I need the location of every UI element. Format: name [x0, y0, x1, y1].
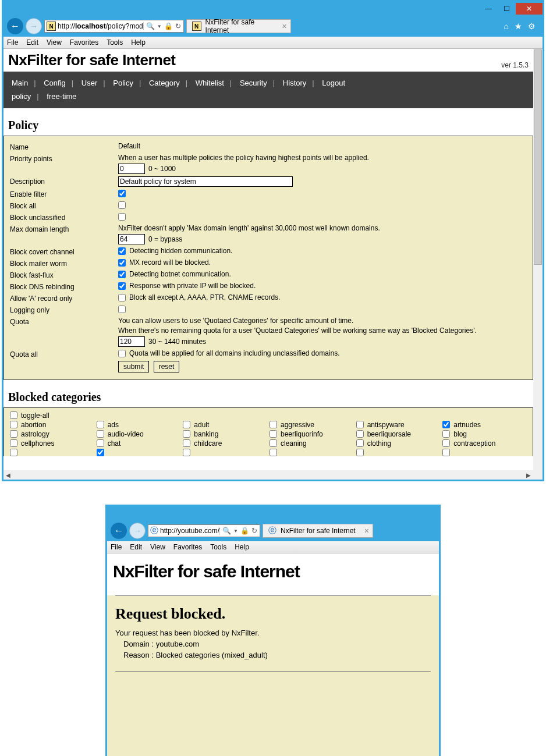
category-checkbox[interactable] — [270, 430, 277, 438]
block-unclassified-checkbox[interactable] — [118, 213, 126, 221]
enable-filter-checkbox[interactable] — [118, 190, 126, 197]
menu-view-2[interactable]: View — [150, 543, 165, 551]
home-icon[interactable]: ⌂ — [504, 22, 509, 31]
category-checkbox[interactable] — [356, 439, 364, 447]
category-checkbox[interactable] — [442, 430, 450, 438]
category-checkbox[interactable] — [97, 430, 104, 438]
browser-tab-2[interactable]: ⓔ NxFilter for safe Internet × — [263, 524, 373, 538]
dropdown-icon[interactable]: ▼ — [157, 24, 162, 29]
maximize-button[interactable]: ☐ — [498, 3, 515, 15]
category-checkbox[interactable] — [97, 449, 104, 456]
search-icon[interactable]: 🔍 — [146, 22, 155, 30]
max-domain-input[interactable] — [118, 234, 145, 244]
category-checkbox[interactable] — [10, 421, 17, 428]
reset-button[interactable]: reset — [154, 361, 180, 372]
category-checkbox[interactable] — [97, 439, 104, 447]
nav-policy[interactable]: Policy — [113, 79, 133, 87]
allow-a-checkbox[interactable] — [118, 294, 126, 301]
menu-file[interactable]: File — [7, 38, 18, 47]
block-fastflux-desc: Detecting botnet communication. — [129, 270, 231, 278]
category-checkbox[interactable] — [10, 430, 17, 438]
back-button-2[interactable]: ← — [111, 523, 127, 539]
category-checkbox[interactable] — [356, 430, 364, 438]
breadcrumb-freetime[interactable]: free-time — [47, 92, 76, 101]
label-block-all: Block all — [10, 201, 118, 210]
top-navigation: Main| Config| User| Policy| Category| Wh… — [3, 72, 533, 108]
category-checkbox[interactable] — [442, 421, 450, 428]
nav-config[interactable]: Config — [44, 79, 66, 87]
menu-tools[interactable]: Tools — [107, 38, 123, 47]
refresh-icon[interactable]: 🔒 — [164, 22, 173, 30]
submit-button[interactable]: submit — [118, 361, 149, 372]
favorites-icon[interactable]: ★ — [515, 22, 522, 31]
address-bar-2[interactable]: ⓔ http://youtube.com/ 🔍▼ 🔒 ↻ — [148, 524, 260, 537]
logging-only-checkbox[interactable] — [118, 306, 126, 313]
nav-history[interactable]: History — [283, 79, 306, 87]
policy-form: Name Default Priority points When a user… — [3, 136, 533, 380]
nav-category[interactable]: Category — [149, 79, 180, 87]
category-checkbox[interactable] — [97, 421, 104, 428]
quota-input[interactable] — [118, 336, 145, 347]
back-button[interactable]: ← — [7, 18, 23, 34]
category-checkbox[interactable] — [442, 439, 450, 447]
label-name: Name — [10, 142, 118, 151]
block-all-checkbox[interactable] — [118, 201, 126, 209]
breadcrumb-policy[interactable]: policy — [12, 92, 31, 101]
priority-input[interactable] — [118, 164, 145, 174]
menu-view[interactable]: View — [47, 38, 62, 47]
block-fastflux-checkbox[interactable] — [118, 271, 126, 278]
block-mailer-checkbox[interactable] — [118, 259, 126, 267]
category-checkbox[interactable] — [183, 449, 190, 456]
block-dnsrebind-checkbox[interactable] — [118, 282, 126, 290]
minimize-button[interactable]: — — [480, 3, 497, 15]
nav-main[interactable]: Main — [12, 79, 28, 87]
category-checkbox[interactable] — [356, 421, 364, 428]
close-tab-icon-2[interactable]: × — [364, 526, 369, 535]
nav-logout[interactable]: Logout — [322, 79, 345, 87]
block-covert-checkbox[interactable] — [118, 247, 126, 255]
category-checkbox[interactable] — [183, 430, 190, 438]
category-item: abortion — [10, 421, 94, 429]
nav-whitelist[interactable]: Whitelist — [196, 79, 224, 87]
dropdown-icon-2[interactable]: ▼ — [233, 528, 238, 534]
reload-icon-2[interactable]: ↻ — [251, 527, 257, 535]
category-checkbox[interactable] — [270, 439, 277, 447]
menu-tools-2[interactable]: Tools — [210, 543, 226, 551]
reload-icon[interactable]: ↻ — [175, 22, 181, 30]
menu-edit[interactable]: Edit — [26, 38, 38, 47]
menu-edit-2[interactable]: Edit — [130, 543, 142, 551]
category-checkbox[interactable] — [10, 449, 17, 456]
browser-navbar-2: ← → ⓔ http://youtube.com/ 🔍▼ 🔒 ↻ ⓔ NxFil… — [107, 520, 439, 541]
close-button[interactable]: ✕ — [516, 3, 543, 15]
toggle-all-checkbox[interactable] — [10, 411, 17, 419]
category-checkbox[interactable] — [183, 439, 190, 447]
forward-button-2[interactable]: → — [129, 523, 146, 539]
menu-file-2[interactable]: File — [111, 543, 122, 551]
category-checkbox[interactable] — [356, 449, 364, 456]
horizontal-scrollbar[interactable]: ◀ ▶ — [3, 470, 533, 480]
menu-help[interactable]: Help — [131, 38, 146, 47]
browser-tab[interactable]: N NxFilter for safe Internet × — [186, 19, 291, 33]
description-input[interactable] — [118, 176, 293, 187]
address-bar[interactable]: N http://localhost/policy?mod 🔍▼ 🔒 ↻ — [44, 20, 184, 33]
nav-security[interactable]: Security — [240, 79, 267, 87]
category-checkbox[interactable] — [270, 449, 277, 456]
scroll-left-icon[interactable]: ◀ — [3, 470, 13, 480]
forward-button[interactable]: → — [26, 18, 42, 34]
category-checkbox[interactable] — [270, 421, 277, 428]
category-item: artnudes — [442, 421, 527, 429]
menu-favorites[interactable]: Favorites — [70, 38, 98, 47]
category-checkbox[interactable] — [10, 439, 17, 447]
menu-favorites-2[interactable]: Favorites — [173, 543, 202, 551]
search-icon-2[interactable]: 🔍 — [222, 527, 231, 535]
scroll-right-icon[interactable]: ▶ — [524, 470, 533, 480]
vertical-scrollbar[interactable] — [533, 49, 543, 480]
refresh-icon-2[interactable]: 🔒 — [240, 527, 249, 535]
close-tab-icon[interactable]: × — [282, 22, 286, 31]
category-checkbox[interactable] — [183, 421, 190, 428]
gear-icon[interactable]: ⚙ — [528, 22, 536, 31]
nav-user[interactable]: User — [81, 79, 97, 87]
quota-all-checkbox[interactable] — [118, 350, 126, 357]
category-checkbox[interactable] — [442, 449, 450, 456]
menu-help-2[interactable]: Help — [235, 543, 249, 551]
